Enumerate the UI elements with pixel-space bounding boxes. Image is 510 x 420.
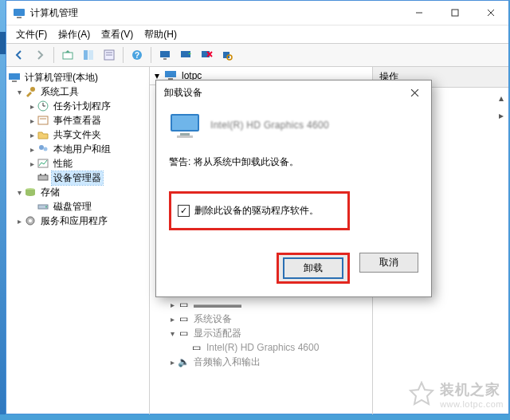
tree-local-users[interactable]: ▸ 本地用户和组: [8, 142, 147, 156]
checkbox-label: 删除此设备的驱动程序软件。: [194, 204, 319, 218]
tree-storage[interactable]: ▾ 存储: [8, 185, 147, 199]
toolbar-uninstall-icon[interactable]: [197, 45, 216, 65]
wrench-icon: [24, 85, 37, 98]
svg-rect-14: [160, 51, 170, 57]
tree-shared-folders[interactable]: ▸ 共享文件夹: [8, 128, 147, 142]
svg-rect-35: [45, 174, 46, 175]
services-icon: [24, 214, 37, 227]
app-icon: [13, 6, 26, 19]
svg-rect-15: [163, 58, 167, 60]
tree-system-tools[interactable]: ▾ 系统工具: [8, 84, 147, 99]
tree-label: 任务计划程序: [52, 100, 112, 113]
tree-label: 事件查看器: [52, 114, 103, 128]
toolbar-help-button[interactable]: ?: [128, 45, 147, 65]
toolbar: ?: [6, 43, 508, 67]
svg-rect-23: [12, 80, 17, 82]
toolbar-scan-icon[interactable]: [218, 45, 237, 65]
svg-rect-34: [40, 174, 41, 175]
menu-view[interactable]: 查看(V): [96, 26, 138, 43]
chevron-right-icon[interactable]: ▸: [27, 101, 37, 111]
svg-point-24: [30, 87, 35, 92]
svg-rect-3: [452, 10, 458, 16]
cancel-button[interactable]: 取消: [359, 253, 418, 273]
tree-item[interactable]: ▸▭系统设备: [153, 312, 369, 326]
toolbar-monitor-icon[interactable]: [155, 45, 175, 65]
svg-rect-22: [9, 73, 20, 80]
delete-driver-checkbox-row[interactable]: ✓ 删除此设备的驱动程序软件。: [169, 191, 350, 230]
menubar: 文件(F) 操作(A) 查看(V) 帮助(H): [6, 25, 508, 43]
chevron-right-icon[interactable]: ▸: [27, 144, 37, 154]
titlebar[interactable]: 计算机管理: [6, 1, 508, 25]
tree-root[interactable]: 计算机管理(本地): [8, 70, 147, 84]
tree-audio[interactable]: ▸🔈音频输入和输出: [153, 355, 369, 369]
tree-root-label: 计算机管理(本地): [23, 71, 100, 84]
svg-rect-41: [165, 71, 176, 77]
display-icon: ▭: [190, 341, 202, 354]
chevron-right-icon[interactable]: ▸: [27, 159, 37, 168]
close-button[interactable]: [473, 1, 508, 25]
tree-device-manager[interactable]: 设备管理器: [8, 171, 147, 185]
tree-item[interactable]: ▸▭▬▬▬▬▬: [153, 297, 369, 312]
speaker-icon: 🔈: [177, 355, 190, 368]
tree-gpu-device[interactable]: ▭Intel(R) HD Graphics 4600: [153, 340, 369, 355]
dialog-titlebar[interactable]: 卸载设备: [156, 80, 431, 104]
toolbar-show-hide-tree-button[interactable]: [79, 45, 98, 65]
tree-performance[interactable]: ▸ 性能: [8, 156, 147, 171]
dialog-warning-text: 警告: 将从系统中卸载此设备。: [169, 155, 418, 169]
tree-label: 性能: [52, 157, 74, 171]
menu-action[interactable]: 操作(A): [53, 26, 95, 43]
toolbar-up-button[interactable]: [58, 45, 77, 65]
chevron-right-icon[interactable]: ▸: [14, 216, 24, 226]
menu-help[interactable]: 帮助(H): [139, 26, 182, 43]
tree-label: 系统工具: [39, 85, 80, 99]
toolbar-refresh-icon[interactable]: [176, 45, 195, 65]
checkbox-icon[interactable]: ✓: [178, 205, 190, 217]
svg-rect-1: [17, 17, 22, 18]
toolbar-back-button[interactable]: [10, 45, 29, 65]
perf-icon: [37, 157, 49, 170]
display-icon: ▭: [177, 327, 190, 340]
menu-file[interactable]: 文件(F): [11, 26, 52, 43]
uninstall-button-highlight: 卸载: [277, 253, 350, 284]
chevron-down-icon[interactable]: ▾: [14, 187, 24, 197]
minimize-button[interactable]: [401, 1, 437, 25]
watermark: 装机之家 www.lotpc.com: [408, 380, 504, 409]
folder-share-icon: [37, 128, 49, 141]
window-title: 计算机管理: [30, 6, 401, 20]
watermark-url: www.lotpc.com: [440, 399, 504, 409]
toolbar-properties-button[interactable]: [100, 45, 119, 65]
svg-point-30: [39, 145, 44, 150]
tree-display-adapters[interactable]: ▾▭显示适配器: [153, 326, 369, 340]
event-icon: [37, 114, 49, 127]
desktop-left-strip: [0, 0, 6, 414]
tree-services-apps[interactable]: ▸ 服务和应用程序: [8, 214, 147, 228]
tree-task-scheduler[interactable]: ▸ 任务计划程序: [8, 99, 147, 113]
svg-rect-28: [38, 116, 48, 124]
uninstall-button[interactable]: 卸载: [283, 257, 343, 279]
svg-point-38: [45, 206, 47, 208]
svg-rect-8: [88, 50, 93, 60]
svg-rect-33: [38, 175, 48, 180]
computer-icon: [8, 71, 21, 84]
chip-icon: ▭: [177, 298, 190, 311]
svg-rect-48: [177, 135, 193, 138]
svg-text:?: ?: [135, 51, 139, 60]
users-icon: [37, 143, 49, 155]
toolbar-forward-button[interactable]: [30, 45, 49, 65]
disk-icon: [37, 200, 49, 213]
tree-event-viewer[interactable]: ▸ 事件查看器: [8, 113, 147, 128]
star-icon: [408, 381, 435, 408]
chevron-right-icon[interactable]: ▸: [27, 130, 37, 139]
tree-label: 共享文件夹: [52, 128, 103, 142]
watermark-brand: 装机之家: [440, 380, 504, 399]
tree-label: 磁盘管理: [52, 200, 93, 214]
chevron-right-icon[interactable]: ▸: [27, 116, 37, 125]
tree-label: 设备管理器: [52, 171, 103, 185]
svg-rect-47: [180, 133, 190, 135]
maximize-button[interactable]: [437, 1, 473, 25]
tree-disk-mgmt[interactable]: 磁盘管理: [8, 199, 147, 214]
device-tree: ▸▭▬▬▬▬▬ ▸▭系统设备 ▾▭显示适配器 ▭Intel(R) HD Grap…: [150, 292, 372, 374]
dialog-close-button[interactable]: [402, 83, 426, 102]
storage-icon: [24, 186, 37, 198]
chevron-down-icon[interactable]: ▾: [14, 87, 24, 96]
